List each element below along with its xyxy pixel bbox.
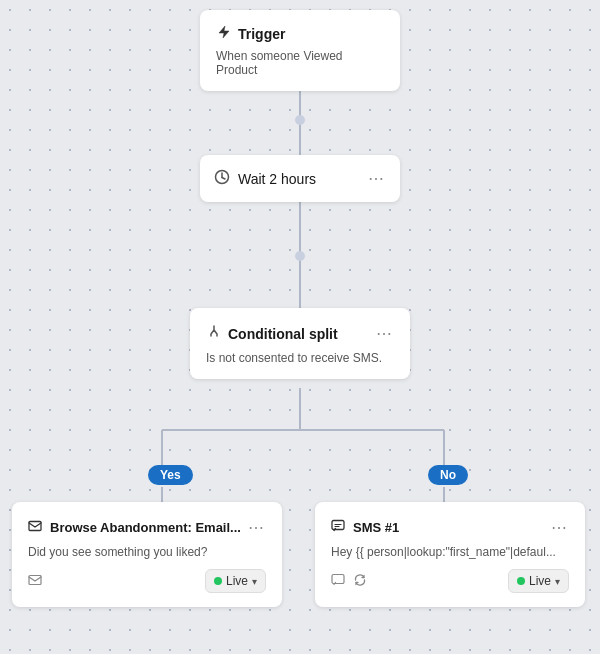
yes-branch-label: Yes bbox=[148, 465, 193, 485]
clock-icon bbox=[214, 169, 230, 188]
email-card: Browse Abandonment: Email... ⋯ Did you s… bbox=[12, 502, 282, 607]
sms-card: SMS #1 ⋯ Hey {{ person|lookup:"first_nam… bbox=[315, 502, 585, 607]
flow-canvas: Trigger When someone Viewed Product Wait… bbox=[0, 0, 600, 654]
email-card-footer: Live ▾ bbox=[28, 569, 266, 593]
sms-status-chevron: ▾ bbox=[555, 576, 560, 587]
envelope-icon bbox=[28, 519, 42, 536]
split-subtitle: Is not consented to receive SMS. bbox=[206, 351, 394, 365]
email-card-header: Browse Abandonment: Email... ⋯ bbox=[28, 516, 266, 539]
no-branch-label: No bbox=[428, 465, 468, 485]
svg-rect-19 bbox=[332, 574, 344, 583]
sms-card-icons bbox=[331, 573, 367, 590]
split-icon bbox=[206, 324, 222, 343]
email-card-icons bbox=[28, 573, 42, 590]
email-card-body: Did you see something you liked? bbox=[28, 545, 266, 559]
svg-rect-15 bbox=[29, 575, 41, 584]
sms-card-footer: Live ▾ bbox=[331, 569, 569, 593]
sms-live-dot bbox=[517, 577, 525, 585]
svg-line-13 bbox=[222, 178, 225, 180]
sms-more-options[interactable]: ⋯ bbox=[549, 516, 569, 539]
email-footer-icon bbox=[28, 573, 42, 590]
wait-card[interactable]: Wait 2 hours ⋯ bbox=[200, 155, 400, 202]
svg-rect-14 bbox=[29, 522, 41, 531]
trigger-card: Trigger When someone Viewed Product bbox=[200, 10, 400, 91]
email-live-badge[interactable]: Live ▾ bbox=[205, 569, 266, 593]
trigger-title: Trigger bbox=[216, 24, 384, 43]
email-more-options[interactable]: ⋯ bbox=[246, 516, 266, 539]
sms-footer-icon bbox=[331, 573, 345, 590]
sms-card-header: SMS #1 ⋯ bbox=[331, 516, 569, 539]
email-status-chevron: ▾ bbox=[252, 576, 257, 587]
svg-point-10 bbox=[295, 251, 305, 261]
lightning-icon bbox=[216, 24, 232, 43]
sms-live-badge[interactable]: Live ▾ bbox=[508, 569, 569, 593]
trigger-subtitle: When someone Viewed Product bbox=[216, 49, 384, 77]
split-more-options[interactable]: ⋯ bbox=[374, 322, 394, 345]
wait-label: Wait 2 hours bbox=[214, 169, 316, 188]
svg-point-9 bbox=[295, 115, 305, 125]
sms-icon bbox=[331, 519, 345, 536]
split-card-title: Conditional split ⋯ bbox=[206, 322, 394, 345]
sms-refresh-icon bbox=[353, 573, 367, 590]
sms-card-body: Hey {{ person|lookup:"first_name"|defaul… bbox=[331, 545, 569, 559]
wait-more-options[interactable]: ⋯ bbox=[366, 167, 386, 190]
email-live-dot bbox=[214, 577, 222, 585]
split-card: Conditional split ⋯ Is not consented to … bbox=[190, 308, 410, 379]
